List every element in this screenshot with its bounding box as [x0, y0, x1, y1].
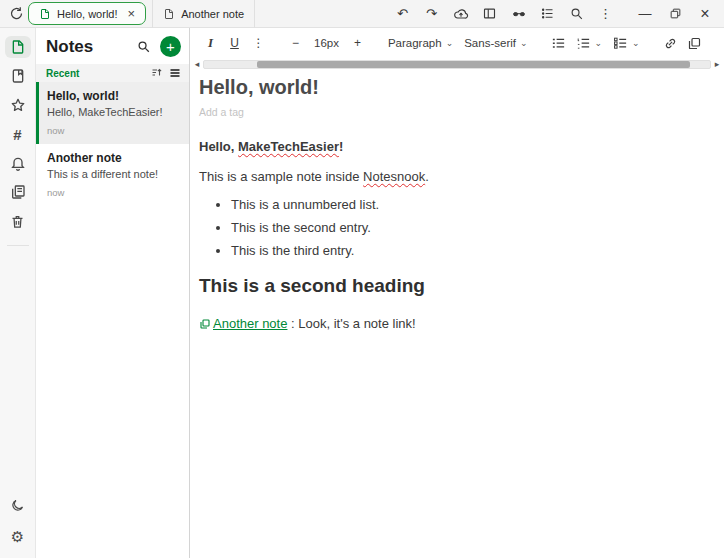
list-lines-icon [540, 6, 555, 21]
gear-icon: ⚙ [11, 528, 24, 546]
cloud-upload-icon [453, 6, 469, 22]
tab-label: Hello, world! [57, 8, 118, 20]
chevron-down-icon: ⌄ [446, 39, 454, 48]
toggle-panel-button[interactable] [475, 0, 504, 28]
hash-icon: # [13, 126, 21, 143]
editor-content[interactable]: Hello, world! Add a tag Hello, MakeTechE… [190, 71, 724, 558]
sidebar-item-monographs[interactable] [5, 181, 31, 203]
misspelled-word: MakeTechEasier [238, 139, 339, 154]
text-run: . [425, 169, 429, 184]
more-formatting-button[interactable]: ⋮ [247, 31, 270, 55]
font-family-dropdown[interactable]: Sans-serif ⌄ [459, 31, 532, 55]
sort-ascending-icon [151, 67, 163, 79]
numbered-list-button[interactable]: ⌄ [571, 31, 608, 55]
editor-pane: I U ⋮ − 16px + Paragraph ⌄ Sans-serif ⌄ [190, 28, 724, 558]
rail-divider [7, 245, 29, 246]
text-run: This is a sample note inside [199, 169, 363, 184]
search-icon [569, 6, 584, 21]
titlebar: Hello, world! × Another note ↶ ↷ [0, 0, 724, 28]
block-type-dropdown[interactable]: Paragraph ⌄ [383, 31, 458, 55]
glasses-icon [511, 6, 527, 22]
view-mode-button[interactable] [169, 67, 181, 79]
scrollbar-thumb[interactable] [257, 61, 690, 68]
note-link-icon [199, 318, 211, 330]
heading-2: This is a second heading [199, 275, 712, 297]
scroll-right-arrow[interactable]: ▸ [713, 60, 721, 69]
decrease-font-size-button[interactable]: − [284, 31, 307, 55]
theme-toggle-button[interactable] [5, 494, 31, 516]
undo-button[interactable]: ↶ [388, 0, 417, 28]
navigation-rail: # [0, 28, 36, 558]
sidebar-item-favorites[interactable] [5, 94, 31, 116]
note-list-item[interactable]: Hello, world! Hello, MakeTechEasier! now [36, 82, 189, 144]
font-size-value: 16px [314, 37, 339, 49]
chevron-down-icon: ⌄ [632, 39, 640, 48]
misspelled-word: Notesnook [363, 169, 425, 184]
increase-font-size-button[interactable]: + [346, 31, 369, 55]
note-list-item[interactable]: Another note This is a different note! n… [36, 144, 189, 206]
sidebar-item-reminders[interactable] [5, 152, 31, 174]
note-timestamp: now [47, 187, 179, 198]
scrollbar-track[interactable] [203, 60, 711, 69]
panel-title: Notes [46, 37, 127, 57]
group-header-recent[interactable]: Recent [36, 64, 189, 82]
window-close-button[interactable]: × [690, 0, 720, 28]
redo-icon: ↷ [426, 6, 437, 21]
sync-button[interactable] [4, 2, 28, 26]
sidebar-item-trash[interactable] [5, 210, 31, 232]
monographs-icon [10, 184, 26, 200]
font-size-stepper: − 16px + [284, 31, 369, 55]
new-note-button[interactable]: + [160, 36, 181, 57]
sidebar-item-tags[interactable]: # [5, 123, 31, 145]
bullet-list-button[interactable] [547, 31, 570, 55]
internal-note-link-button[interactable] [683, 31, 706, 55]
italic-button[interactable]: I [199, 31, 222, 55]
settings-button[interactable]: ⚙ [5, 526, 31, 548]
align-left-button[interactable] [720, 31, 724, 55]
close-icon: × [700, 5, 709, 23]
window-restore-button[interactable] [660, 0, 690, 28]
tab-another-note[interactable]: Another note [152, 0, 255, 28]
more-menu-button[interactable]: ⋮ [591, 0, 620, 28]
minus-icon: − [292, 36, 299, 50]
redo-button[interactable]: ↷ [417, 0, 446, 28]
toolbar-scrollbar: ◂ ▸ [190, 58, 724, 71]
window-minimize-button[interactable]: — [630, 0, 660, 28]
sort-button[interactable] [151, 67, 163, 79]
add-tag-field[interactable]: Add a tag [199, 106, 712, 118]
search-button[interactable] [562, 0, 591, 28]
checklist-icon [613, 36, 628, 51]
chevron-down-icon: ⌄ [520, 39, 528, 48]
checklist-button[interactable]: ⌄ [608, 31, 645, 55]
bullet-list-icon [551, 36, 566, 51]
text-run: ! [339, 139, 343, 154]
italic-icon: I [208, 35, 213, 51]
underline-button[interactable]: U [223, 31, 246, 55]
scroll-left-arrow[interactable]: ◂ [193, 60, 201, 69]
tab-hello-world[interactable]: Hello, world! × [28, 2, 146, 25]
note-title-field[interactable]: Hello, world! [199, 76, 712, 99]
panel-layout-icon [482, 6, 497, 21]
properties-button[interactable] [533, 0, 562, 28]
text-run: Hello, [199, 139, 238, 154]
star-icon [10, 97, 26, 113]
numbered-list-icon [576, 36, 591, 51]
sidebar-item-notes[interactable] [5, 36, 31, 58]
internal-note-link[interactable]: Another note [213, 316, 287, 331]
restore-window-icon [669, 7, 682, 20]
trash-icon [10, 214, 25, 229]
note-preview: This is a different note! [47, 168, 179, 180]
publish-button[interactable] [446, 0, 475, 28]
app-window: Hello, world! × Another note ↶ ↷ [0, 0, 724, 558]
insert-link-button[interactable] [659, 31, 682, 55]
note-file-icon [163, 8, 175, 20]
notes-search-button[interactable] [136, 39, 151, 54]
kebab-icon: ⋮ [599, 6, 612, 21]
group-label: Recent [46, 68, 79, 79]
tab-close-icon[interactable]: × [128, 7, 136, 20]
link-icon [663, 36, 678, 51]
note-timestamp: now [47, 125, 179, 136]
focus-mode-button[interactable] [504, 0, 533, 28]
note-file-icon [39, 8, 51, 20]
sidebar-item-notebooks[interactable] [5, 65, 31, 87]
